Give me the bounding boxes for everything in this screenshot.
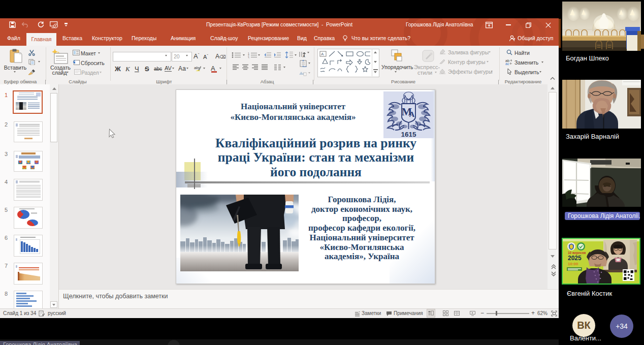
svg-text:3: 3	[248, 56, 249, 59]
svg-text:А: А	[409, 110, 415, 118]
svg-text:A: A	[321, 52, 324, 56]
svg-text:ac: ac	[505, 62, 509, 65]
svg-text:2025: 2025	[568, 255, 582, 262]
svg-text:10:00: 10:00	[568, 262, 578, 266]
svg-text:A: A	[303, 54, 305, 58]
